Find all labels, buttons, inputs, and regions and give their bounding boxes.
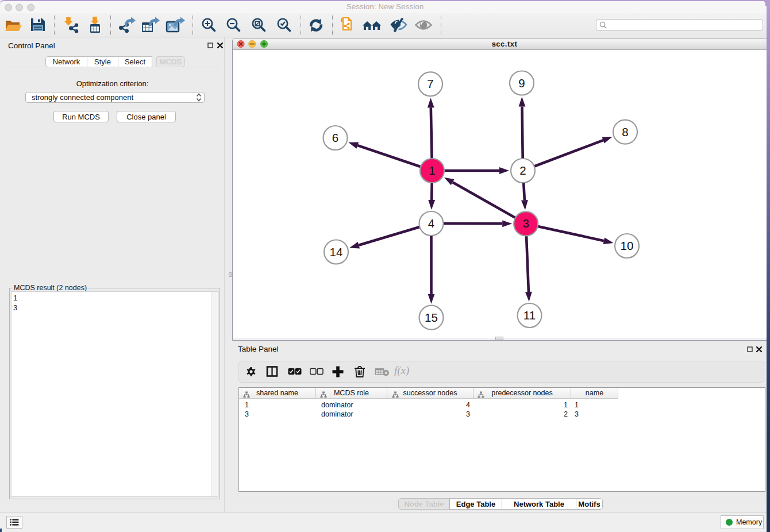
svg-text:8: 8: [622, 125, 628, 138]
svg-text:14: 14: [330, 245, 343, 259]
svg-text:15: 15: [425, 311, 438, 324]
svg-text:3: 3: [522, 217, 529, 230]
svg-text:4: 4: [428, 217, 434, 230]
svg-text:7: 7: [427, 77, 433, 90]
svg-text:2: 2: [519, 164, 526, 177]
svg-text:1: 1: [429, 164, 435, 177]
svg-text:10: 10: [621, 239, 634, 252]
svg-text:9: 9: [518, 76, 525, 90]
svg-text:6: 6: [332, 131, 338, 144]
svg-text:11: 11: [523, 309, 536, 322]
